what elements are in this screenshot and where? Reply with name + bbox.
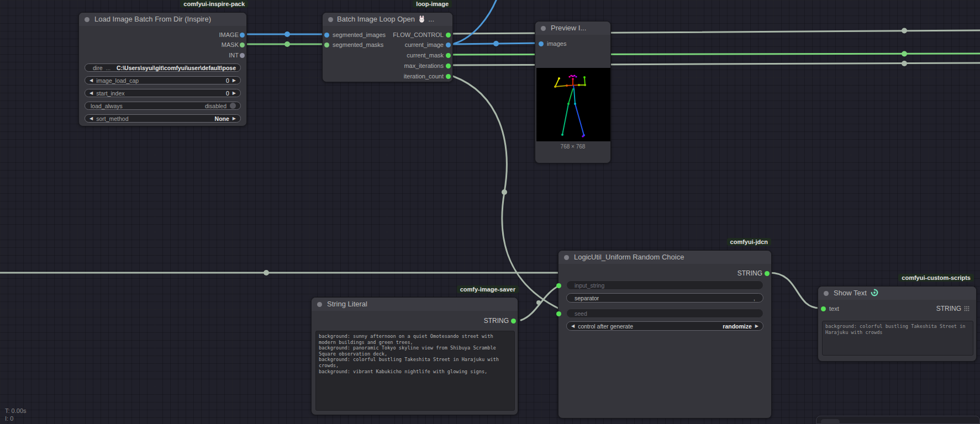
widget-value: 0 (223, 77, 233, 84)
decrement-arrow-icon[interactable]: ◀ (571, 324, 575, 328)
show-text-textarea[interactable]: background: colorful bustling Takeshita … (822, 321, 973, 356)
input-slot-input-string[interactable] (556, 283, 561, 288)
increment-arrow-icon[interactable]: ▶ (233, 116, 236, 121)
output-slot-iteration-count[interactable] (446, 74, 451, 79)
preview-pose-image (536, 68, 610, 141)
node-show-text[interactable]: Show Text text STRING background: colorf… (818, 286, 977, 362)
node-badge: loop-image (413, 0, 452, 8)
collapse-dot-icon[interactable] (317, 302, 322, 307)
node-title-bar[interactable]: Load Image Batch From Dir (Inspire) (79, 13, 246, 26)
node-partial-bottom[interactable] (816, 416, 980, 424)
node-title-bar[interactable]: String Literal (312, 298, 518, 311)
input-slot-segmented-images[interactable] (324, 33, 329, 38)
widget-label: image_load_cap (96, 77, 139, 84)
node-title-bar[interactable]: Batch Image Loop Open ... (323, 13, 452, 26)
widget-separator[interactable]: separator , (566, 293, 763, 303)
widget-label: start_index (96, 90, 124, 97)
output-slot-int[interactable] (240, 53, 245, 58)
node-badge: comfyui-custom-scripts (898, 274, 974, 282)
node-title-bar[interactable]: Show Text (818, 287, 976, 300)
toggle-icon[interactable] (230, 103, 236, 109)
widget-label: seed (575, 310, 587, 317)
output-label: current_image (405, 41, 444, 49)
collapse-dot-icon[interactable] (541, 26, 546, 31)
input-slot-segmented-masks[interactable] (324, 43, 329, 47)
collapse-dot-icon[interactable] (328, 17, 333, 22)
increment-arrow-icon[interactable]: ▶ (233, 91, 236, 96)
link-image-offscreen-top (454, 0, 499, 44)
node-string-literal[interactable]: String Literal STRING background: sunny … (311, 297, 518, 415)
widget-value: disabled (202, 103, 230, 109)
widget-image-load-cap[interactable]: ◀ image_load_cap 0 ▶ (85, 76, 241, 84)
decrement-arrow-icon[interactable]: ◀ (89, 116, 93, 121)
widget-value: C:\Users\syui\git\comfyui\user\default\p… (113, 65, 236, 71)
widget-label: separator (575, 295, 599, 301)
collapse-dot-icon[interactable] (824, 291, 829, 296)
status-time: T: 0.00s (5, 407, 27, 414)
node-title: Batch Image Loop Open (337, 15, 415, 23)
output-label-string: STRING (737, 269, 762, 277)
node-title: LogicUtil_Uniform Random Choice (574, 253, 684, 261)
output-label-mask: MASK (222, 41, 239, 49)
widget-load-always[interactable]: load_always disabled (85, 102, 241, 110)
node-load-image-batch[interactable]: Load Image Batch From Dir (Inspire) IMAG… (78, 12, 247, 126)
output-slot-mask[interactable] (240, 43, 245, 47)
image-dimensions-caption: 768 × 768 (535, 144, 610, 150)
link-max-iterations (453, 63, 980, 65)
node-badge: comfyui-inspire-pack (180, 0, 248, 8)
pysssss-icon (871, 289, 878, 296)
output-slot-image[interactable] (240, 33, 245, 38)
widget-value: 0 (223, 90, 233, 97)
node-preview-image[interactable]: Preview I... images (535, 21, 611, 163)
grid-icon (964, 306, 970, 311)
link-flow-control (453, 30, 980, 34)
input-widget-input-string[interactable]: input_string (566, 280, 763, 290)
input-slot-images[interactable] (539, 41, 544, 46)
input-label: images (547, 40, 566, 47)
node-title-bar[interactable]: LogicUtil_Uniform Random Choice (559, 251, 771, 264)
widget-directory[interactable]: dire ... C:\Users\syui\git\comfyui\user\… (85, 63, 241, 72)
widget-sort-method[interactable]: ◀ sort_method None ▶ (85, 114, 241, 123)
input-slot-text[interactable] (821, 306, 826, 311)
input-label: segmented_images (333, 31, 386, 39)
output-label: iteration_count (404, 72, 444, 80)
input-widget-seed[interactable]: seed (566, 309, 763, 318)
node-title: String Literal (327, 300, 367, 308)
output-label-string: STRING (936, 305, 970, 312)
output-slot-string[interactable] (765, 271, 770, 276)
string-literal-textarea[interactable]: background: sunny afternoon on a quiet O… (315, 331, 515, 411)
widget-control-after-generate[interactable]: ◀ control after generate randomize ▶ (566, 321, 763, 331)
output-label: current_mask (407, 51, 444, 59)
node-logicutil-random-choice[interactable]: LogicUtil_Uniform Random Choice STRING i… (558, 250, 772, 418)
output-slot-current-mask[interactable] (446, 53, 451, 58)
node-title-bar[interactable]: Preview I... (535, 22, 610, 35)
decrement-arrow-icon[interactable]: ◀ (89, 78, 93, 83)
widget-label: input_string (575, 282, 604, 289)
increment-arrow-icon[interactable]: ▶ (233, 78, 236, 83)
decrement-arrow-icon[interactable]: ◀ (89, 91, 93, 96)
openpose-skeleton (536, 68, 610, 141)
input-label-text: text (829, 305, 839, 312)
widget-start-index[interactable]: ◀ start_index 0 ▶ (85, 89, 241, 97)
widget-value: , (750, 295, 758, 301)
input-label: segmented_masks (333, 41, 383, 49)
output-slot-current-image[interactable] (446, 43, 451, 47)
output-slot-string[interactable] (511, 319, 516, 324)
widget-label: dire (93, 65, 103, 71)
output-slot-flow-control[interactable] (446, 33, 451, 38)
input-slot-seed[interactable] (556, 311, 561, 316)
link-string-to-showtext (770, 273, 820, 308)
node-batch-image-loop[interactable]: Batch Image Loop Open ... segmented_imag… (322, 12, 453, 82)
status-iteration: I: 0 (5, 415, 13, 422)
output-label: max_iterations (404, 62, 444, 70)
node-title-suffix: ... (428, 15, 434, 23)
output-slot-max-iterations[interactable] (446, 63, 451, 68)
output-label-int: INT (229, 51, 239, 59)
node-title: Preview I... (551, 24, 586, 32)
increment-arrow-icon[interactable]: ▶ (755, 324, 758, 328)
collapse-dot-icon[interactable] (85, 17, 89, 22)
output-label-image: IMAGE (219, 31, 239, 39)
ellipsis: ... (106, 65, 111, 71)
collapse-dot-icon[interactable] (564, 255, 569, 260)
output-label: FLOW_CONTROL (393, 31, 444, 39)
